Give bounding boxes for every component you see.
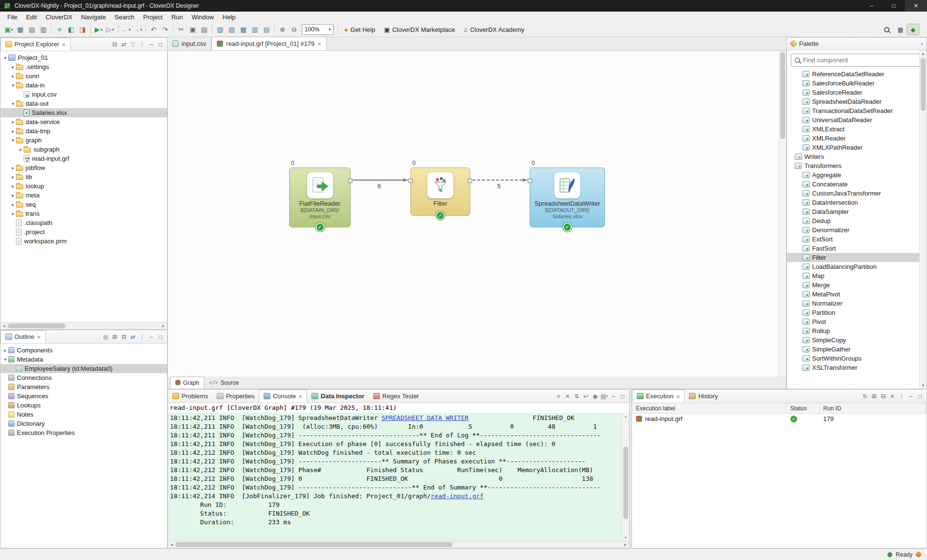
tree-item-project-01[interactable]: Project_01 xyxy=(0,53,167,62)
tree-item-subgraph[interactable]: subgraph xyxy=(0,145,167,154)
cut-button[interactable]: ✂ xyxy=(175,24,187,35)
menu-cloverdx[interactable]: CloverDX xyxy=(41,13,77,22)
word-wrap-icon[interactable]: ↩ xyxy=(581,392,590,401)
refresh-icon[interactable]: ↻ xyxy=(860,392,870,401)
scrollbar-thumb[interactable] xyxy=(623,447,628,519)
console-link[interactable]: SPREADSHEET DATA WRITER xyxy=(381,414,468,421)
palette-item-xsltransformer[interactable]: XSLTransformer xyxy=(787,363,927,372)
menu-window[interactable]: Window xyxy=(187,13,218,22)
output-port[interactable] xyxy=(348,179,352,183)
print-button[interactable]: ▥ xyxy=(38,24,49,35)
maximize-view-icon[interactable]: □ xyxy=(156,332,165,341)
outline-item-sequences[interactable]: Sequences xyxy=(0,392,167,401)
editor-tab-read-input-grf[interactable]: read-input.grf [Project_01] #179 xyxy=(211,37,326,50)
zoom-out-button[interactable]: ⊖ xyxy=(288,24,300,35)
tree-item-lookup[interactable]: lookup xyxy=(0,182,167,191)
tab-source-view[interactable]: </> Source xyxy=(204,377,243,389)
expand-all-icon[interactable]: ⊞ xyxy=(110,332,119,341)
scroll-right-icon[interactable]: ▸ xyxy=(160,323,167,328)
zoom-level-select[interactable]: 100% ▾ xyxy=(302,24,334,35)
expander-icon[interactable] xyxy=(10,200,16,209)
scroll-left-icon[interactable]: ◂ xyxy=(0,323,8,328)
notifications-icon[interactable] xyxy=(916,552,921,557)
outline-item-dictionary[interactable]: Dictionary xyxy=(0,419,167,428)
collapse-all-icon[interactable]: ⊟ xyxy=(110,40,119,49)
get-help-button[interactable]: ● Get Help xyxy=(340,26,379,33)
close-view-icon[interactable] xyxy=(37,333,41,340)
scrollbar-thumb[interactable] xyxy=(175,542,452,547)
scroll-down-icon[interactable]: ▾ xyxy=(622,534,629,541)
palette-item-xmlreader[interactable]: XMLReader xyxy=(787,134,927,143)
view-menu-icon[interactable]: ⋮ xyxy=(138,332,147,341)
tree-item-trans[interactable]: trans xyxy=(0,209,167,218)
node-spreadsheetdatawriter[interactable]: 0 SpreadsheetDataWriter ${DATAOUT_DIR}/ … xyxy=(530,168,605,227)
project-explorer-tab[interactable]: Project Explorer xyxy=(0,38,70,51)
minimize-view-icon[interactable]: – xyxy=(609,392,618,401)
metadata-button[interactable]: ≡ xyxy=(54,24,65,35)
palette-item-xmlxpathreader[interactable]: XMLXPathReader xyxy=(787,143,927,152)
scroll-up-icon[interactable]: ▴ xyxy=(920,50,927,57)
palette-item-customjavatransformer[interactable]: CustomJavaTransformer xyxy=(787,189,927,198)
terminate-icon[interactable]: ■ xyxy=(554,392,563,401)
tree-item-meta[interactable]: meta xyxy=(0,191,167,200)
node-filter[interactable]: 0 Filter ✓ xyxy=(410,168,470,216)
palette-item-partition[interactable]: Partition xyxy=(787,308,927,317)
palette-item-merge[interactable]: Merge xyxy=(787,280,927,290)
palette-item-writers[interactable]: Writers xyxy=(787,152,927,161)
palette-item-dedup[interactable]: Dedup xyxy=(787,216,927,225)
run-graph-button[interactable]: ▶ xyxy=(93,24,104,35)
open-perspective-icon[interactable]: ▦ xyxy=(894,24,907,35)
menu-run[interactable]: Run xyxy=(167,13,187,22)
menu-file[interactable]: File xyxy=(3,13,22,22)
scroll-up-icon[interactable]: ▴ xyxy=(622,413,629,420)
column-status[interactable]: Status xyxy=(787,403,819,413)
palette-item-transformers[interactable]: Transformers xyxy=(787,161,927,170)
outline-tab[interactable]: Outline xyxy=(0,330,46,343)
link-with-editor-icon[interactable]: ⇄ xyxy=(119,40,128,49)
outline-item-parameters[interactable]: Parameters xyxy=(0,382,167,392)
palette-item-universaldatareader[interactable]: UniversalDataReader xyxy=(787,115,927,125)
palette-vertical-scrollbar[interactable]: ▴ ▾ xyxy=(919,50,927,389)
align-left-button[interactable]: ▧ xyxy=(214,24,226,35)
maximize-view-icon[interactable]: □ xyxy=(915,392,925,401)
tree-item-read-input-grf[interactable]: read-input.grf xyxy=(0,154,167,163)
console-link[interactable]: read-input.grf xyxy=(431,492,484,500)
palette-item-map[interactable]: Map xyxy=(787,271,927,280)
scrollbar-thumb[interactable] xyxy=(780,52,785,139)
column-run-id[interactable]: Run ID xyxy=(819,403,927,413)
expander-icon[interactable] xyxy=(2,346,8,355)
view-menu-icon[interactable]: ⋮ xyxy=(138,40,147,49)
edge-reader-to-filter[interactable] xyxy=(353,180,408,181)
expander-icon[interactable] xyxy=(2,53,8,62)
tree-item-salaries-xlsx[interactable]: Salaries.xlsx xyxy=(0,108,167,117)
palette-item-sortwithingroups[interactable]: SortWithinGroups xyxy=(787,354,927,363)
node-flatfilereader[interactable]: 0 FlatFileReader ${DATAIN_DIR}/ input.cs… xyxy=(289,168,351,227)
display-console-icon[interactable]: ▤ xyxy=(600,392,609,401)
palette-item-rollup[interactable]: Rollup xyxy=(787,326,927,336)
scroll-down-icon[interactable]: ▾ xyxy=(920,382,927,389)
expander-icon[interactable] xyxy=(10,99,16,108)
undo-button[interactable]: ↶ xyxy=(148,24,159,35)
tab-console[interactable]: Console xyxy=(259,390,307,403)
maximize-view-icon[interactable]: □ xyxy=(156,40,165,49)
input-port[interactable] xyxy=(528,179,532,183)
tree-item-conn[interactable]: conn xyxy=(0,71,167,81)
menu-help[interactable]: Help xyxy=(218,13,240,22)
filter-tree-icon[interactable]: ▽ xyxy=(128,40,138,49)
tab-regex-tester[interactable]: Regex Tester xyxy=(369,390,423,403)
collapse-all-icon[interactable]: ⊟ xyxy=(119,332,128,341)
scroll-lock-icon[interactable]: ⇅ xyxy=(572,392,581,401)
tree-item-data-in[interactable]: data-in xyxy=(0,81,167,90)
outline-item-employeesalary-id-metadata0[interactable]: EmployeeSalary (id:Metadata0) xyxy=(0,364,167,373)
close-view-icon[interactable] xyxy=(61,41,65,48)
palette-item-pivot[interactable]: Pivot xyxy=(787,317,927,326)
connection-button[interactable]: ◨ xyxy=(77,24,88,35)
outline-item-lookups[interactable]: Lookups xyxy=(0,401,167,410)
palette-item-denormalizer[interactable]: Denormalizer xyxy=(787,225,927,235)
expand-all-icon[interactable]: ⊞ xyxy=(870,392,879,401)
tree-item-settings[interactable]: .settings xyxy=(0,62,167,71)
palette-item-extsort[interactable]: ExtSort xyxy=(787,235,927,244)
tab-history[interactable]: History xyxy=(685,390,722,403)
maximize-window-button[interactable]: □ xyxy=(883,0,905,12)
link-with-editor-icon[interactable]: ⇄ xyxy=(128,332,138,341)
